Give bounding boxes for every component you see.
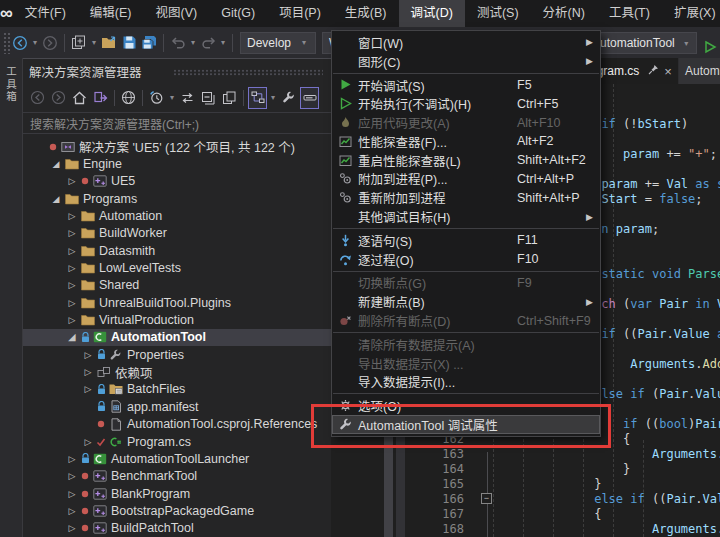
collapsed-arrow-icon[interactable]: ▷ (81, 437, 95, 447)
chevron-down-icon[interactable]: ▾ (89, 38, 99, 47)
code-fold-icon[interactable]: − (481, 493, 492, 504)
globe-icon[interactable] (119, 87, 138, 109)
collapsed-arrow-icon[interactable]: ▷ (65, 298, 79, 308)
tree-item-lowleveltests[interactable]: ▷LowLevelTests (23, 259, 331, 276)
menubar-item-project[interactable]: 项目(P) (267, 0, 333, 27)
menubar-item-test[interactable]: 测试(S) (465, 0, 531, 27)
chevron-down-icon[interactable]: ▾ (188, 38, 198, 47)
redo-icon[interactable] (198, 31, 218, 55)
docked-tab-toolbox[interactable]: 工具箱 (4, 66, 19, 104)
collapsed-arrow-icon[interactable]: ▷ (81, 384, 95, 394)
layout-toggle-icon[interactable] (248, 87, 267, 109)
collapsed-arrow-icon[interactable]: ▷ (65, 315, 79, 325)
tree-item-automationtoollauncher[interactable]: ▷AutomationToolLauncher (23, 450, 331, 467)
expanded-arrow-icon[interactable]: ◢ (49, 159, 63, 169)
tree-item-automationtool-csproj-references[interactable]: AutomationTool.csproj.References (23, 416, 331, 433)
toolbar-grip[interactable] (3, 32, 10, 54)
menu-item-o[interactable]: 逐过程(O)F10 (332, 250, 600, 269)
tree-item-ue5-122-122[interactable]: 解决方案 'UE5' (122 个项目, 共 122 个) (23, 138, 331, 155)
collapsed-arrow-icon[interactable]: ▷ (65, 246, 79, 256)
tree-item-benchmarktool[interactable]: ▷BenchmarkTool (23, 468, 331, 485)
menu-item-l[interactable]: 重启性能探查器(L)Shift+Alt+F2 (332, 151, 600, 170)
menubar-item-build[interactable]: 生成(B) (333, 0, 399, 27)
new-project-icon[interactable] (69, 31, 89, 55)
menu-item-item[interactable]: 重新附加到进程Shift+Alt+P (332, 188, 600, 207)
solution-explorer-search[interactable]: 搜索解决方案资源管理器(Ctrl+;) (23, 112, 331, 134)
menu-item-s[interactable]: 开始调试(S)F5 (332, 76, 600, 95)
menu-item-h[interactable]: 开始执行(不调试)(H)Ctrl+F5 (332, 94, 600, 113)
tree-item-buildworker[interactable]: ▷BuildWorker (23, 225, 331, 242)
menubar-item-edit[interactable]: 编辑(E) (78, 0, 144, 27)
menu-item-s[interactable]: 逐语句(S)F11 (332, 231, 600, 250)
panel-drag-grip[interactable] (173, 69, 323, 76)
menu-item-h[interactable]: 其他调试目标(H)▶ (332, 207, 600, 226)
collapse-all-icon[interactable] (199, 87, 218, 109)
tree-item-blankprogram[interactable]: ▷BlankProgram (23, 485, 331, 502)
menu-item-b[interactable]: 新建断点(B)▶ (332, 292, 600, 311)
pin-icon[interactable] (648, 64, 659, 78)
menu-item-i[interactable]: 导入数据提示(I)... (332, 373, 600, 392)
navigate-forward-icon[interactable] (40, 31, 60, 55)
expanded-arrow-icon[interactable]: ◢ (65, 332, 79, 342)
tree-item-program-cs[interactable]: ▷Program.cs (23, 433, 331, 450)
collapsed-arrow-icon[interactable]: ▷ (65, 176, 79, 186)
tree-item-programs[interactable]: ◢Programs (23, 190, 331, 207)
tree-item-virtualproduction[interactable]: ▷VirtualProduction (23, 311, 331, 328)
collapsed-arrow-icon[interactable]: ▷ (65, 471, 79, 481)
tree-item-app-manifest[interactable]: app.manifest (23, 398, 331, 415)
menubar-item-file[interactable]: 文件(F) (13, 0, 78, 27)
menubar-item-debug[interactable]: 调试(D) (399, 0, 465, 27)
chevron-down-icon[interactable]: ▾ (30, 38, 40, 47)
copy-docs-icon[interactable] (220, 87, 239, 109)
expanded-arrow-icon[interactable]: ◢ (49, 194, 63, 204)
menu-item-f[interactable]: 性能探查器(F)...Alt+F2 (332, 132, 600, 151)
menu-item-c[interactable]: 图形(C)▶ (332, 52, 600, 71)
collapsed-arrow-icon[interactable]: ▷ (81, 367, 95, 377)
menubar-item-git[interactable]: Git(G) (209, 0, 267, 27)
chevron-down-icon[interactable]: ▾ (218, 38, 228, 47)
nav-back-icon[interactable] (28, 87, 47, 109)
collapsed-arrow-icon[interactable]: ▷ (65, 280, 79, 290)
tree-item-item[interactable]: ▷依赖项 (23, 363, 331, 380)
editor-tab-automationtool[interactable]: Autom (679, 58, 720, 84)
collapsed-arrow-icon[interactable]: ▷ (81, 350, 95, 360)
close-icon[interactable]: × (664, 64, 672, 79)
collapsed-arrow-icon[interactable]: ▷ (65, 228, 79, 238)
navigate-back-icon[interactable] (10, 31, 30, 55)
tree-item-ue5[interactable]: ▷UE5 (23, 173, 331, 190)
menu-item-p[interactable]: 附加到进程(P)...Ctrl+Alt+P (332, 170, 600, 189)
menubar-item-tools[interactable]: 工具(T) (597, 0, 662, 27)
nav-forward-icon[interactable] (49, 87, 68, 109)
menubar-item-view[interactable]: 视图(V) (143, 0, 209, 27)
tree-item-buildpatchtool[interactable]: ▷BuildPatchTool (23, 520, 331, 537)
collapsed-arrow-icon[interactable]: ▷ (65, 454, 79, 464)
collapsed-arrow-icon[interactable]: ▷ (65, 523, 79, 533)
collapsed-arrow-icon[interactable]: ▷ (65, 506, 79, 516)
save-all-icon[interactable] (139, 31, 159, 55)
tree-item-datasmith[interactable]: ▷Datasmith (23, 242, 331, 259)
start-without-debugging-icon[interactable] (700, 35, 720, 59)
menubar-item-analyze[interactable]: 分析(N) (531, 0, 597, 27)
collapsed-arrow-icon[interactable]: ▷ (65, 211, 79, 221)
tree-item-properties[interactable]: ▷Properties (23, 346, 331, 363)
tree-item-bootstrappackagedgame[interactable]: ▷BootstrapPackagedGame (23, 502, 331, 519)
collapsed-arrow-icon[interactable]: ▷ (65, 263, 79, 273)
tree-item-shared[interactable]: ▷Shared (23, 277, 331, 294)
chevron-down-icon[interactable]: ▾ (167, 93, 177, 102)
pending-changes-filter-icon[interactable] (147, 87, 166, 109)
properties-wrench-icon[interactable] (279, 87, 298, 109)
preview-toggle-icon[interactable] (300, 87, 319, 109)
tree-item-engine[interactable]: ◢Engine (23, 155, 331, 172)
tree-item-unrealbuildtool-plugins[interactable]: ▷UnrealBuildTool.Plugins (23, 294, 331, 311)
menubar-item-extensions[interactable]: 扩展(X) (662, 0, 720, 27)
collapsed-arrow-icon[interactable]: ▷ (65, 489, 79, 499)
tree-item-automation[interactable]: ▷Automation (23, 207, 331, 224)
tree-item-automationtool[interactable]: ◢AutomationTool (23, 329, 331, 346)
chevron-down-icon[interactable]: ▾ (268, 93, 278, 102)
open-folder-icon[interactable] (99, 31, 119, 55)
solution-configuration-dropdown[interactable]: Develop ▾ (240, 32, 316, 54)
sync-with-active-document-icon[interactable] (91, 87, 110, 109)
home-icon[interactable] (70, 87, 89, 109)
sync-icon[interactable] (178, 87, 197, 109)
tree-item-batchfiles[interactable]: ▷BatchFiles (23, 381, 331, 398)
